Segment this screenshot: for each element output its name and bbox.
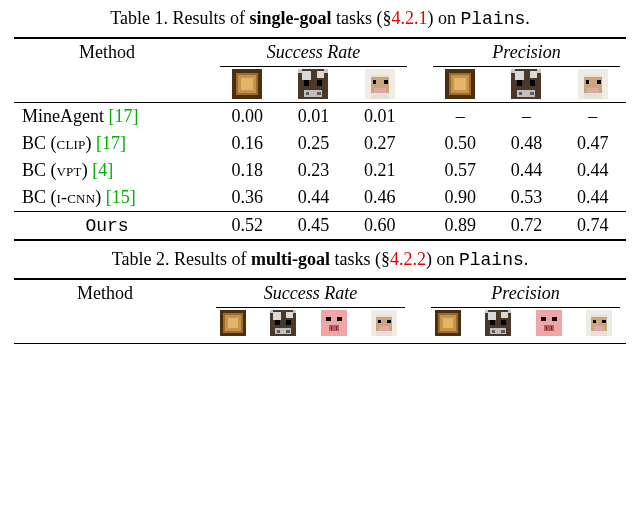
table-row: BC (i-cnn) [15] 0.36 0.44 0.46 0.90 0.53… [14,184,626,212]
method-name: BC (i-cnn) [22,187,101,207]
cell: 0.00 [214,103,280,131]
cell: 0.89 [427,212,493,241]
sheep-icon [578,69,608,99]
header-success-rate: Success Rate [210,279,411,307]
caption-text: tasks (§ [330,249,390,269]
cow-icon [270,310,300,340]
caption-env: Plains [460,9,525,29]
log-icon [445,69,475,99]
cite-link[interactable]: [4] [92,160,113,180]
cell: 0.50 [427,130,493,157]
sheep-icon [371,310,401,340]
table-row: BC (clip) [17] 0.16 0.25 0.27 0.50 0.48 … [14,130,626,157]
col-icon [210,307,260,344]
cell: 0.18 [214,157,280,184]
table1-caption: Table 1. Results of single-goal tasks (§… [14,8,626,29]
method-name-ours: Ours [14,212,200,241]
pig-icon [536,310,566,340]
caption-section-ref: 4.2.1 [391,8,427,28]
cite-link[interactable]: [15] [106,187,136,207]
cell: 0.01 [347,103,413,131]
col-icon [427,66,493,103]
cell: 0.21 [347,157,413,184]
cell: 0.44 [560,184,626,212]
caption-section-ref: 4.2.2 [390,249,426,269]
cell: – [427,103,493,131]
table2-caption: Table 2. Results of multi-goal tasks (§4… [14,249,626,270]
cow-icon [485,310,515,340]
caption-text: ) on [426,249,459,269]
cell: 0.46 [347,184,413,212]
method-name: BC (vpt) [22,160,88,180]
cell: 0.16 [214,130,280,157]
cell: 0.01 [280,103,346,131]
cell: 0.44 [560,157,626,184]
col-icon [361,307,411,344]
cell: 0.53 [493,184,559,212]
caption-bold: single-goal [249,8,331,28]
table-header-row: Method Success Rate Precision [14,38,626,66]
log-icon [232,69,262,99]
caption-env: Plains [459,250,524,270]
cell: 0.23 [280,157,346,184]
sheep-icon [586,310,616,340]
table1-block: Table 1. Results of single-goal tasks (§… [14,8,626,241]
table2-block: Table 2. Results of multi-goal tasks (§4… [14,249,626,344]
col-icon [493,66,559,103]
col-icon [576,307,626,344]
cow-icon [511,69,541,99]
header-icons-row [14,307,626,344]
method-name: MineAgent [22,106,104,126]
table-header-row: Method Success Rate Precision [14,279,626,307]
cell: 0.25 [280,130,346,157]
caption-text: . [525,8,530,28]
cell: 0.57 [427,157,493,184]
caption-text: tasks (§ [331,8,391,28]
cell: 0.44 [493,157,559,184]
cell: 0.45 [280,212,346,241]
cell: 0.74 [560,212,626,241]
cite-link[interactable]: [17] [96,133,126,153]
caption-text: ) on [427,8,460,28]
col-icon [526,307,576,344]
header-precision: Precision [427,38,626,66]
col-icon [425,307,475,344]
cow-icon [298,69,328,99]
col-icon [347,66,413,103]
header-icons-row [14,66,626,103]
col-icon [311,307,361,344]
cell: 0.60 [347,212,413,241]
cell: 0.47 [560,130,626,157]
pig-icon [321,310,351,340]
method-name: BC (clip) [22,133,92,153]
col-icon [214,66,280,103]
cell: 0.48 [493,130,559,157]
cell: – [560,103,626,131]
col-icon [560,66,626,103]
table-row: BC (vpt) [4] 0.18 0.23 0.21 0.57 0.44 0.… [14,157,626,184]
cite-link[interactable]: [17] [108,106,138,126]
table2: Method Success Rate Precision [14,278,626,344]
table1: Method Success Rate Precision MineAgent … [14,37,626,241]
cell: 0.36 [214,184,280,212]
col-icon [280,66,346,103]
cell: 0.72 [493,212,559,241]
log-icon [435,310,465,340]
table-row: MineAgent [17] 0.00 0.01 0.01 – – – [14,103,626,131]
col-icon [260,307,310,344]
cell: 0.90 [427,184,493,212]
caption-text: Table 1. Results of [110,8,249,28]
header-method: Method [14,279,196,307]
table-row-ours: Ours 0.52 0.45 0.60 0.89 0.72 0.74 [14,212,626,241]
cell: 0.44 [280,184,346,212]
caption-text: . [524,249,529,269]
header-precision: Precision [425,279,626,307]
cell: 0.52 [214,212,280,241]
caption-bold: multi-goal [251,249,330,269]
col-icon [475,307,525,344]
caption-text: Table 2. Results of [112,249,251,269]
sheep-icon [365,69,395,99]
log-icon [220,310,250,340]
header-method: Method [14,38,200,66]
cell: 0.27 [347,130,413,157]
